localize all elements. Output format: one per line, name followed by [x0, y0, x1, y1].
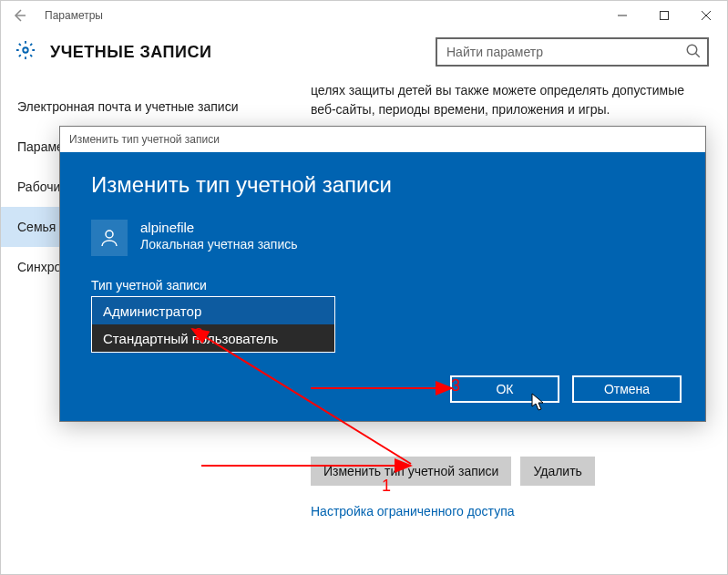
titlebar: Параметры: [1, 1, 727, 30]
sidebar-item-label: Электронная почта и учетные записи: [17, 99, 238, 114]
sidebar-item-label: Семья: [17, 220, 56, 234]
sidebar-item-label: Рабочи: [17, 180, 60, 194]
window-controls: [601, 1, 727, 30]
page-title: УЧЕТНЫЕ ЗАПИСИ: [50, 43, 211, 62]
user-info: alpinefile Локальная учетная запись: [140, 220, 298, 252]
avatar: [91, 220, 128, 256]
svg-point-1: [23, 47, 28, 53]
ok-button[interactable]: ОК: [450, 375, 559, 403]
change-account-type-button[interactable]: Изменить тип учетной записи: [311, 457, 511, 486]
user-subtitle: Локальная учетная запись: [140, 237, 298, 252]
header-left: УЧЕТНЫЕ ЗАПИСИ: [15, 40, 211, 64]
restricted-access-link[interactable]: Настройка ограниченного доступа: [311, 504, 698, 519]
user-action-row: Изменить тип учетной записи Удалить: [311, 457, 698, 486]
sidebar-item-email[interactable]: Электронная почта и учетные записи: [1, 87, 292, 127]
change-account-type-dialog: Изменить тип учетной записи Изменить тип…: [59, 126, 706, 422]
delete-user-button[interactable]: Удалить: [520, 457, 594, 486]
option-label: Администратор: [103, 303, 201, 319]
sidebar-item-label: Параме: [17, 139, 64, 154]
cancel-button[interactable]: Отмена: [572, 375, 682, 403]
search-icon: [685, 43, 702, 63]
option-standard[interactable]: Стандартный пользователь: [92, 324, 334, 352]
dialog-title: Изменить тип учетной записи: [69, 133, 220, 146]
page-header: УЧЕТНЫЕ ЗАПИСИ: [1, 30, 727, 81]
maximize-button[interactable]: [643, 1, 685, 30]
family-description: целях защиты детей вы также можете опред…: [311, 81, 698, 119]
option-administrator[interactable]: Администратор: [92, 297, 334, 324]
search-box: [436, 37, 709, 67]
gear-icon: [15, 40, 36, 64]
back-button[interactable]: [8, 5, 30, 26]
dialog-titlebar: Изменить тип учетной записи: [60, 127, 705, 152]
svg-point-3: [106, 231, 113, 238]
option-label: Стандартный пользователь: [103, 331, 278, 346]
close-button[interactable]: [685, 1, 727, 30]
sidebar-item-label: Синхро: [17, 260, 61, 274]
dialog-body: Изменить тип учетной записи alpinefile Л…: [60, 152, 705, 373]
window-title: Параметры: [45, 9, 103, 22]
account-type-label: Тип учетной записи: [91, 278, 674, 293]
user-row: alpinefile Локальная учетная запись: [91, 220, 674, 256]
user-name: alpinefile: [140, 220, 298, 235]
minimize-button[interactable]: [601, 1, 643, 30]
svg-point-2: [687, 45, 697, 55]
svg-rect-0: [661, 12, 669, 20]
dialog-heading: Изменить тип учетной записи: [91, 172, 674, 198]
settings-window: Параметры УЧЕТНЫЕ ЗАПИСИ Электронная поч…: [0, 0, 728, 575]
search-input[interactable]: [436, 37, 709, 67]
account-type-dropdown[interactable]: Администратор Стандартный пользователь: [91, 296, 335, 353]
dialog-actions: ОК Отмена: [450, 375, 682, 403]
titlebar-left: Параметры: [8, 5, 103, 26]
